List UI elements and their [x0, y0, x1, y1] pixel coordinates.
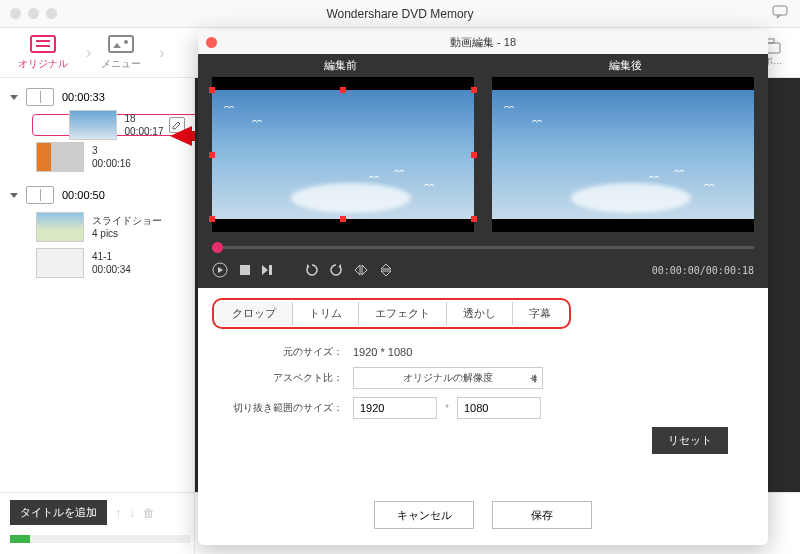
rotate-left-icon[interactable]	[306, 264, 318, 276]
tab-subtitle[interactable]: 字幕	[513, 302, 567, 325]
crop-handle[interactable]	[471, 216, 477, 222]
feedback-icon[interactable]	[772, 5, 788, 23]
edit-tabs: クロップ トリム エフェクト 透かし 字幕	[212, 298, 571, 329]
flip-h-icon[interactable]	[354, 264, 368, 276]
clip-thumbnail	[36, 142, 84, 172]
clip-name: 3	[92, 144, 131, 157]
clip-item[interactable]: スライドショー 4 pics	[36, 212, 184, 242]
orig-size-label: 元のサイズ：	[228, 345, 343, 359]
after-label: 編集後	[483, 54, 768, 77]
modal-title-bar: 動画編集 - 18	[198, 30, 768, 54]
tab-trim[interactable]: トリム	[293, 302, 359, 325]
crop-handle[interactable]	[340, 216, 346, 222]
svg-rect-0	[773, 6, 787, 15]
title-duration: 00:00:50	[62, 189, 105, 201]
chevron-right-icon: ›	[86, 44, 91, 62]
timeline-slider[interactable]	[198, 238, 768, 256]
clip-name: 18	[125, 112, 164, 125]
step-icon[interactable]	[262, 265, 272, 275]
crop-size-label: 切り抜き範囲のサイズ：	[228, 401, 343, 415]
playback-controls: 00:00:00/00:00:18	[198, 256, 768, 288]
app-title: Wondershare DVD Memory	[0, 7, 800, 21]
tab-menu[interactable]: メニュー	[101, 35, 141, 71]
close-icon[interactable]	[206, 37, 217, 48]
reset-button[interactable]: リセット	[652, 427, 728, 454]
title-icon	[26, 88, 54, 106]
crop-height-input[interactable]	[457, 397, 541, 419]
play-icon[interactable]	[212, 262, 228, 278]
rotate-right-icon[interactable]	[330, 264, 342, 276]
title-row: 00:00:50	[10, 186, 184, 204]
disc-usage-bar	[10, 535, 190, 543]
tab-crop[interactable]: クロップ	[216, 302, 293, 325]
preview-area: 編集前 編集後	[198, 54, 768, 288]
clip-duration: 4 pics	[92, 227, 162, 240]
clip-thumbnail	[36, 212, 84, 242]
title-duration: 00:00:33	[62, 91, 105, 103]
tab-watermark[interactable]: 透かし	[447, 302, 513, 325]
svg-rect-4	[240, 265, 250, 275]
preview-before[interactable]	[212, 77, 474, 232]
clip-duration: 00:00:34	[92, 263, 131, 276]
title-icon	[26, 186, 54, 204]
orig-size-value: 1920 * 1080	[353, 346, 412, 358]
crop-handle[interactable]	[209, 87, 215, 93]
crop-handle[interactable]	[340, 87, 346, 93]
clip-duration: 00:00:17	[125, 125, 164, 138]
crop-width-input[interactable]	[353, 397, 437, 419]
title-bar: Wondershare DVD Memory	[0, 0, 800, 28]
sidebar: 00:00:33 18 00:00:17 3 00:00:16 00:00:50…	[0, 78, 195, 554]
tab-menu-label: メニュー	[101, 57, 141, 71]
before-label: 編集前	[198, 54, 483, 77]
add-title-button[interactable]: タイトルを追加	[10, 500, 107, 525]
aspect-label: アスペクト比：	[228, 371, 343, 385]
edit-modal: 動画編集 - 18 編集前 編集後	[198, 30, 768, 545]
clip-thumbnail	[69, 110, 117, 140]
preview-after	[492, 77, 754, 232]
stop-icon[interactable]	[240, 265, 250, 275]
chevron-right-icon: ›	[159, 44, 164, 62]
crop-handle[interactable]	[471, 152, 477, 158]
modal-title: 動画編集 - 18	[450, 35, 516, 50]
crop-form: 元のサイズ： 1920 * 1080 アスペクト比： オリジナルの解像度 ▴▾ …	[198, 339, 768, 472]
tab-original-label: オリジナル	[18, 57, 68, 71]
delete-icon[interactable]: 🗑	[143, 506, 155, 520]
move-up-icon[interactable]: ↑	[115, 506, 121, 520]
aspect-select[interactable]: オリジナルの解像度 ▴▾	[353, 367, 543, 389]
picture-icon	[108, 35, 134, 53]
modal-footer: キャンセル 保存	[198, 489, 768, 545]
updown-icon: ▴▾	[533, 373, 537, 383]
crop-handle[interactable]	[209, 216, 215, 222]
crop-handle[interactable]	[471, 87, 477, 93]
document-icon	[30, 35, 56, 53]
timecode: 00:00:00/00:00:18	[652, 265, 754, 276]
title-row: 00:00:33	[10, 88, 184, 106]
clip-name: 41-1	[92, 250, 131, 263]
flip-v-icon[interactable]	[380, 263, 392, 277]
multiply-icon: *	[445, 403, 449, 414]
expand-icon[interactable]	[10, 193, 18, 198]
clip-name: スライドショー	[92, 214, 162, 227]
clip-item[interactable]: 41-1 00:00:34	[36, 248, 184, 278]
cancel-button[interactable]: キャンセル	[374, 501, 474, 529]
clip-thumbnail	[36, 248, 84, 278]
move-down-icon[interactable]: ↓	[129, 506, 135, 520]
tab-original[interactable]: オリジナル	[18, 35, 68, 71]
expand-icon[interactable]	[10, 95, 18, 100]
aspect-value: オリジナルの解像度	[403, 371, 493, 385]
save-button[interactable]: 保存	[492, 501, 592, 529]
clip-item[interactable]: 3 00:00:16	[36, 142, 184, 172]
crop-handle[interactable]	[209, 152, 215, 158]
clip-duration: 00:00:16	[92, 157, 131, 170]
tab-effect[interactable]: エフェクト	[359, 302, 447, 325]
